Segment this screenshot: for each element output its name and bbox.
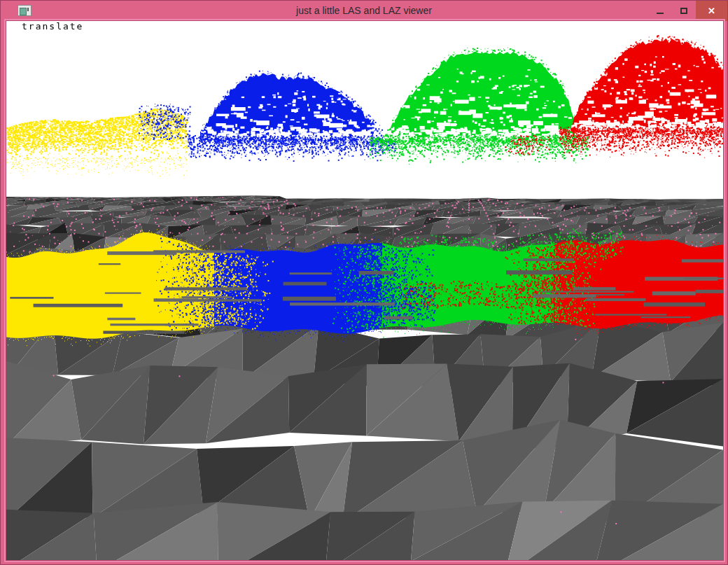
maximize-icon xyxy=(680,8,687,14)
app-icon[interactable] xyxy=(18,5,31,16)
titlebar[interactable]: just a little LAS and LAZ viewer ✕ xyxy=(1,1,727,20)
3d-viewport[interactable] xyxy=(6,21,723,560)
point-cloud-canvas[interactable] xyxy=(6,21,723,560)
minimize-button[interactable] xyxy=(648,1,672,21)
close-icon: ✕ xyxy=(708,6,715,16)
close-button[interactable]: ✕ xyxy=(696,1,727,21)
app-icon-pane xyxy=(20,8,27,15)
app-icon-tick xyxy=(27,8,29,11)
maximize-button[interactable] xyxy=(672,1,696,21)
window-controls: ✕ xyxy=(648,1,727,21)
minimize-icon xyxy=(657,13,664,14)
las-viewer-window: just a little LAS and LAZ viewer ✕ trans… xyxy=(0,0,728,565)
window-title: just a little LAS and LAZ viewer xyxy=(1,1,727,20)
